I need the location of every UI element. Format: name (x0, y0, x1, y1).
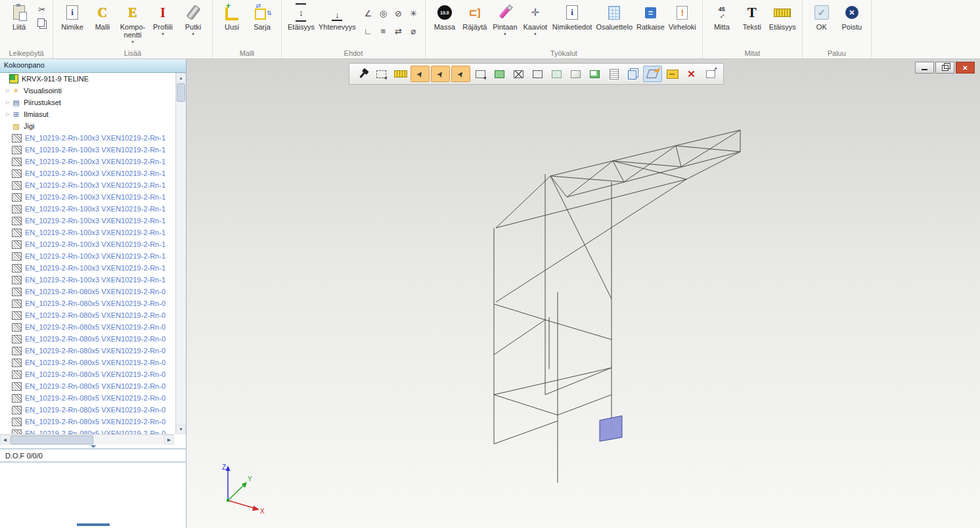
malli-button[interactable]: C Malli (87, 2, 118, 32)
nimike-button[interactable]: i Nimike (57, 2, 87, 32)
tree-part-item[interactable]: EN_10219-2-Rn-080x5 VXEN10219-2-Rn-0 (0, 333, 176, 345)
perpendicular-constraint-icon[interactable]: ∟ (364, 26, 372, 36)
tree-folder-item[interactable]: ▷▤Piirustukset (0, 97, 176, 108)
tree-part-item[interactable]: EN_10219-2-Rn-100x3 VXEN10219-2-Rn-1 (0, 215, 176, 227)
copy-geometry-icon[interactable] (624, 66, 642, 81)
splitter-handle[interactable] (77, 523, 110, 526)
tree-part-item[interactable]: EN_10219-2-Rn-080x5 VXEN10219-2-Rn-0 (0, 404, 176, 416)
rajayta-button[interactable]: ⊏] Räjäytä (460, 2, 490, 32)
tree-folder-item[interactable]: ▨Jigi (0, 120, 176, 132)
tree-part-item[interactable]: EN_10219-2-Rn-080x5 VXEN10219-2-Rn-0 (0, 309, 176, 321)
transparent-display-icon[interactable] (548, 66, 566, 81)
vertical-scrollbar[interactable]: ▲ ▼ (175, 73, 186, 434)
cut-button[interactable]: ✂ (35, 3, 49, 15)
tree-part-item[interactable]: EN_10219-2-Rn-100x3 VXEN10219-2-Rn-1 (0, 144, 176, 156)
scroll-left-arrow-icon[interactable]: ◀ (0, 435, 10, 445)
sarja-button[interactable]: Sarja (247, 2, 277, 32)
archive-icon[interactable] (663, 66, 681, 81)
expand-arrow-icon[interactable]: ▷ (4, 112, 12, 117)
tree-part-item[interactable]: EN_10219-2-Rn-100x3 VXEN10219-2-Rn-1 (0, 274, 176, 286)
horizontal-constraint-icon[interactable]: ≡ (381, 26, 386, 36)
tree-part-item[interactable]: EN_10219-2-Rn-080x5 VXEN10219-2-Rn-0 (0, 380, 176, 392)
coincident-constraint-icon[interactable]: ✳ (410, 9, 417, 18)
snap-point-mode-icon[interactable]: ➤ (411, 66, 430, 82)
restore-button[interactable] (935, 62, 954, 74)
nimiketiedot-button[interactable]: i Nimiketiedot (550, 2, 594, 32)
tree-folder-item[interactable]: ▷⊞Ilmiasut (0, 108, 176, 120)
tree-part-item[interactable]: EN_10219-2-Rn-080x5 VXEN10219-2-Rn-0 (0, 297, 176, 309)
etaisyys-ehto-button[interactable]: ↕ Etäisyys (286, 2, 317, 32)
open-view-icon[interactable] (702, 66, 719, 81)
tangent-constraint-icon[interactable]: ⊘ (395, 9, 402, 18)
expand-arrow-icon[interactable]: ▷ (4, 88, 12, 93)
pintaan-button[interactable]: Pintaan ▾ (490, 2, 520, 37)
pushpin-icon[interactable] (353, 66, 371, 81)
etaisyys-mitta-button[interactable]: Etäisyys (767, 2, 798, 32)
tree-part-item[interactable]: EN_10219-2-Rn-100x3 VXEN10219-2-Rn-1 (0, 156, 176, 167)
scroll-down-arrow-icon[interactable]: ▼ (176, 424, 186, 434)
feature-list-icon[interactable] (605, 66, 623, 81)
scroll-right-arrow-icon[interactable]: ▶ (164, 435, 174, 445)
concentric-constraint-icon[interactable]: ◎ (380, 9, 387, 18)
work-plane-icon[interactable] (643, 66, 662, 82)
fit-selection-icon[interactable] (372, 66, 390, 81)
tree-root-item[interactable]: KRVX-911-9 TELINE (0, 73, 176, 85)
tree-part-item[interactable]: EN_10219-2-Rn-100x3 VXEN10219-2-Rn-1 (0, 262, 176, 274)
close-button[interactable]: ✕ (956, 62, 975, 74)
copy-button[interactable] (35, 18, 49, 30)
horizontal-scroll-thumb[interactable] (11, 435, 93, 445)
tree-part-item[interactable]: EN_10219-2-Rn-080x5 VXEN10219-2-Rn-0 (0, 392, 176, 404)
shaded-display-icon[interactable] (567, 66, 585, 81)
tree-part-item[interactable]: EN_10219-2-Rn-100x3 VXEN10219-2-Rn-1 (0, 227, 176, 238)
putki-button[interactable]: Putki ▾ (178, 2, 208, 37)
select-part-mode-icon[interactable] (472, 66, 489, 81)
osaluettelo-button[interactable]: Osaluettelo (594, 2, 635, 32)
tree-part-item[interactable]: EN_10219-2-Rn-100x3 VXEN10219-2-Rn-1 (0, 203, 176, 215)
yhtenevyys-button[interactable]: ↓ Yhtenevyys (317, 2, 358, 32)
shaded-edges-display-icon[interactable] (586, 66, 604, 81)
expand-arrow-icon[interactable]: ▷ (4, 100, 12, 105)
tree-part-item[interactable]: EN_10219-2-Rn-100x3 VXEN10219-2-Rn-1 (0, 250, 176, 262)
delete-icon[interactable]: ✕ (682, 66, 700, 81)
minimize-button[interactable] (915, 62, 934, 74)
scroll-up-arrow-icon[interactable]: ▲ (176, 73, 186, 83)
tree-part-item[interactable]: EN_10219-2-Rn-080x5 VXEN10219-2-Rn-0 (0, 286, 176, 297)
tree-part-item[interactable]: EN_10219-2-Rn-100x3 VXEN10219-2-Rn-1 (0, 179, 176, 191)
uusi-button[interactable]: Uusi (217, 2, 247, 32)
horizontal-scrollbar[interactable]: ◀ ▶ (0, 434, 174, 445)
parallel-constraint-icon[interactable]: ⇄ (395, 26, 402, 36)
tree-part-item[interactable]: EN_10219-2-Rn-080x5 VXEN10219-2-Rn-0 (0, 416, 176, 428)
tree-part-item[interactable]: EN_10219-2-Rn-080x5 VXEN10219-2-Rn-0 (0, 357, 176, 368)
viewport-3d[interactable] (186, 59, 980, 528)
virheloki-button[interactable]: ! Virheloki (667, 2, 698, 32)
tree-part-item[interactable]: EN_10219-2-Rn-100x3 VXEN10219-2-Rn-1 (0, 132, 176, 144)
poistu-button[interactable]: ✕ Poistu (837, 2, 867, 32)
liita-button[interactable]: Liitä (4, 2, 34, 32)
massa-button[interactable]: 10.0 Massa (430, 2, 460, 32)
tree-part-item[interactable]: EN_10219-2-Rn-080x5 VXEN10219-2-Rn-0 (0, 368, 176, 380)
tree-part-item[interactable]: EN_10219-2-Rn-080x5 VXEN10219-2-Rn-0 (0, 345, 176, 357)
measure-ruler-icon[interactable] (391, 66, 409, 81)
vertical-scroll-thumb[interactable] (177, 83, 185, 102)
tree-folder-item[interactable]: ▷☀Visualisointi (0, 85, 176, 97)
kaaviot-button[interactable]: ✛ Kaaviot ▾ (520, 2, 550, 37)
tree-part-item[interactable]: EN_10219-2-Rn-100x3 VXEN10219-2-Rn-1 (0, 167, 176, 179)
tree-part-item[interactable]: EN_10219-2-Rn-080x5 VXEN10219-2-Rn-0 (0, 428, 176, 434)
ok-button[interactable]: ✓ OK (807, 2, 837, 32)
angle-constraint-icon[interactable]: ∠ (365, 9, 372, 18)
tree-part-item[interactable]: EN_10219-2-Rn-080x5 VXEN10219-2-Rn-0 (0, 321, 176, 333)
panel-splitter[interactable] (0, 445, 186, 449)
ratkaise-button[interactable]: = Ratkaise (635, 2, 667, 32)
shade-face-icon[interactable] (491, 66, 508, 81)
hidden-line-display-icon[interactable] (529, 66, 546, 81)
tree-part-item[interactable]: EN_10219-2-Rn-100x3 VXEN10219-2-Rn-1 (0, 238, 176, 250)
komponentti-button[interactable]: E Kompo- nentti ▾ (118, 2, 148, 45)
snap-face-mode-icon[interactable]: ➤ (451, 66, 470, 82)
profiili-button[interactable]: I Profiili ▾ (148, 2, 178, 37)
wireframe-display-icon[interactable] (510, 66, 527, 81)
snap-line-mode-icon[interactable]: ➤ (431, 66, 450, 82)
tree-part-item[interactable]: EN_10219-2-Rn-100x3 VXEN10219-2-Rn-1 (0, 191, 176, 203)
mitta-button[interactable]: 45↔ Mitta (707, 2, 737, 32)
diameter-constraint-icon[interactable]: ⌀ (411, 26, 416, 36)
teksti-button[interactable]: T Teksti (737, 2, 767, 32)
